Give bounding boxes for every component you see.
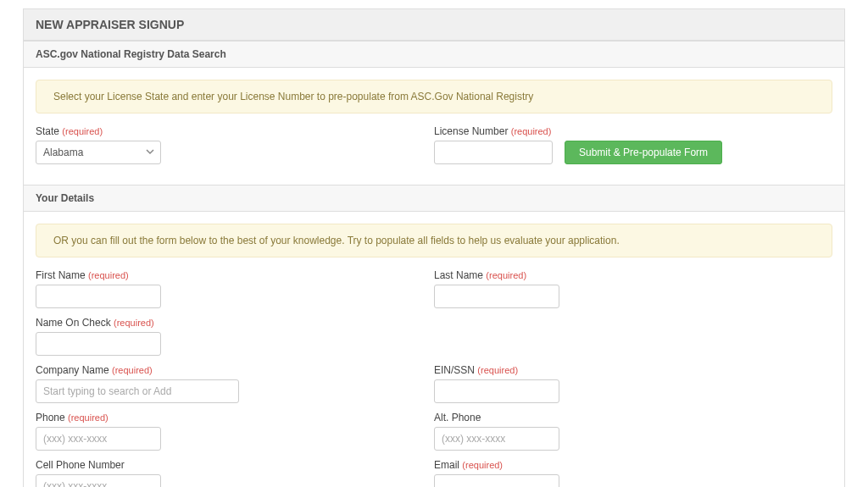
section-header-details: Your Details (24, 185, 844, 212)
license-number-label: License Number (required) (434, 125, 815, 137)
section-header-registry: ASC.gov National Registry Data Search (24, 41, 844, 68)
registry-section-body: Select your License State and enter your… (24, 68, 844, 185)
last-name-label: Last Name (required) (434, 269, 815, 281)
signup-form-panel: NEW APPRAISER SIGNUP ASC.gov National Re… (23, 8, 845, 487)
submit-prepopulate-button[interactable]: Submit & Pre-populate Form (565, 141, 722, 164)
required-tag: (required) (68, 412, 108, 423)
required-tag: (required) (462, 460, 503, 470)
email-input[interactable] (434, 474, 559, 487)
required-tag: (required) (511, 126, 552, 136)
company-name-label: Company Name (required) (36, 364, 417, 376)
required-tag: (required) (62, 126, 103, 136)
company-name-input[interactable] (36, 379, 239, 403)
first-name-label: First Name (required) (36, 269, 417, 281)
page-title: NEW APPRAISER SIGNUP (24, 9, 844, 41)
license-number-input[interactable] (434, 141, 553, 164)
required-tag: (required) (486, 270, 526, 280)
ein-ssn-input[interactable] (434, 379, 559, 403)
last-name-input[interactable] (434, 285, 559, 308)
alt-phone-input[interactable] (434, 427, 559, 451)
phone-input[interactable] (36, 427, 161, 451)
state-label: State (required) (36, 125, 417, 137)
name-on-check-label: Name On Check (required) (36, 317, 417, 329)
first-name-input[interactable] (36, 285, 161, 308)
alert-registry-instructions: Select your License State and enter your… (36, 80, 832, 113)
required-tag: (required) (114, 318, 154, 328)
alt-phone-label: Alt. Phone (434, 412, 815, 423)
details-section-body: OR you can fill out the form below to th… (24, 212, 844, 487)
required-tag: (required) (88, 270, 129, 280)
cell-phone-input[interactable] (36, 474, 161, 487)
name-on-check-input[interactable] (36, 332, 161, 356)
state-select[interactable]: Alabama (36, 141, 161, 164)
phone-label: Phone (required) (36, 412, 417, 423)
required-tag: (required) (477, 365, 518, 375)
cell-phone-label: Cell Phone Number (36, 459, 417, 471)
email-label: Email (required) (434, 459, 815, 471)
ein-ssn-label: EIN/SSN (required) (434, 364, 815, 376)
alert-details-instructions: OR you can fill out the form below to th… (36, 224, 832, 257)
required-tag: (required) (112, 365, 153, 375)
